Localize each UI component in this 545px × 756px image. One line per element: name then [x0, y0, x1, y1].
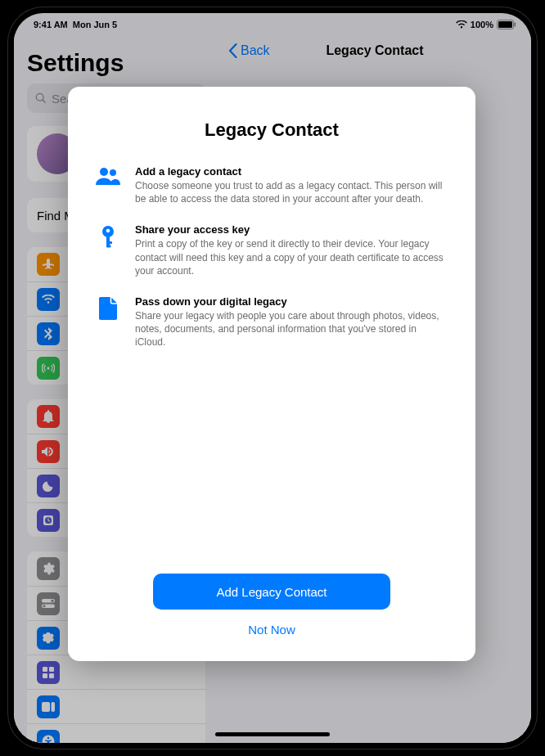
ipad-frame: 9:41 AM Mon Jun 5 100% Settings Search	[7, 7, 538, 749]
info-row-digital-legacy: Pass down your digital legacy Share your…	[92, 295, 451, 349]
not-now-button[interactable]: Not Now	[243, 618, 300, 641]
legacy-contact-modal: Legacy Contact Add a legacy contact Choo…	[68, 87, 475, 661]
info-title: Pass down your digital legacy	[135, 295, 449, 308]
screen: 9:41 AM Mon Jun 5 100% Settings Search	[14, 13, 531, 743]
svg-point-24	[100, 168, 108, 176]
info-row-add-contact: Add a legacy contact Choose someone you …	[92, 165, 451, 205]
people-icon	[94, 165, 122, 205]
home-indicator[interactable]	[215, 732, 330, 736]
info-row-access-key: Share your access key Print a copy of th…	[92, 223, 451, 277]
info-desc: Share your legacy with people you care a…	[135, 309, 449, 349]
add-legacy-contact-button[interactable]: Add Legacy Contact	[153, 574, 390, 610]
info-title: Add a legacy contact	[135, 165, 449, 178]
svg-point-27	[106, 229, 110, 233]
key-icon	[94, 223, 122, 277]
document-icon	[94, 295, 122, 349]
info-title: Share your access key	[135, 223, 449, 236]
svg-point-25	[110, 169, 116, 176]
info-desc: Choose someone you trust to add as a leg…	[135, 179, 449, 205]
svg-rect-30	[106, 245, 111, 248]
svg-rect-29	[106, 241, 112, 244]
info-desc: Print a copy of the key or send it direc…	[135, 237, 449, 277]
modal-title: Legacy Contact	[92, 119, 451, 141]
